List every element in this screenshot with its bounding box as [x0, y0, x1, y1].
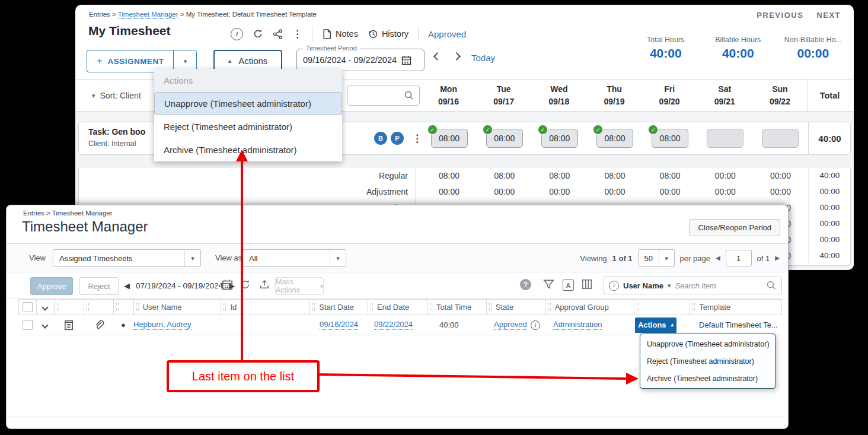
time-entry-cell[interactable]: ✓08:00 [486, 129, 523, 148]
page-size-select[interactable]: 50 ▾ [638, 249, 675, 267]
attachment-icon[interactable] [93, 319, 104, 331]
next-link[interactable]: NEXT [816, 11, 841, 20]
col-total-time[interactable]: Total Time [427, 300, 487, 315]
help-icon[interactable]: ? [520, 279, 531, 290]
mass-actions-button[interactable]: Mass Actions ▾ [275, 277, 324, 295]
user-name-link[interactable]: Hepburn, Audrey [133, 320, 192, 330]
col-approval-group[interactable]: Approval Group [546, 300, 635, 315]
calendar-icon[interactable] [401, 55, 411, 65]
filter-icon[interactable] [543, 279, 554, 290]
col-state[interactable]: State [487, 300, 546, 315]
close-reopen-period-button[interactable]: Close/Reopen Period [689, 219, 780, 236]
col-actions[interactable] [634, 300, 690, 315]
column-grip[interactable] [57, 303, 59, 311]
col-template[interactable]: Template [690, 300, 781, 315]
col-end-date[interactable]: End Date [368, 300, 427, 315]
table-search[interactable]: i User Name ▾ Search item [604, 277, 782, 294]
menu-item-archive[interactable]: Archive (Timesheet administrator) [154, 138, 342, 161]
row-checkbox[interactable] [23, 320, 33, 330]
time-entry-cell[interactable] [762, 129, 799, 148]
end-date-link[interactable]: 09/22/2024 [374, 320, 413, 330]
col-user-name[interactable]: User Name [134, 300, 222, 315]
time-entry-cell[interactable]: ✓08:00 [431, 129, 468, 148]
template-value: Default Timesheet Te... [691, 320, 782, 329]
view-select[interactable]: Assigned Timesheets ▾ [53, 249, 201, 267]
notes-button[interactable]: Notes [322, 29, 358, 39]
payable-badge: P [391, 132, 404, 145]
approve-button[interactable]: Approve [30, 277, 73, 295]
chevron-down-icon: ▾ [191, 255, 194, 262]
breadcrumb: Entries > Timesheet Manager > My Timeshe… [89, 11, 317, 18]
breadcrumb-timesheet-manager[interactable]: Timesheet Manager [118, 11, 178, 19]
row-actions-button[interactable]: Actions ▴ [635, 317, 676, 333]
history-button[interactable]: History [368, 28, 409, 39]
breadcrumb-current: My Timesheet: Default Timesheet Template [186, 11, 317, 18]
select-all-checkbox[interactable] [23, 302, 33, 312]
page-title: Timesheet Manager [22, 218, 148, 235]
columns-icon[interactable] [582, 279, 592, 290]
timesheet-details-icon[interactable] [63, 320, 74, 331]
day-header: Sun09/22 [752, 80, 808, 111]
timesheet-period-value: 09/16/2024 - 09/22/2024 [303, 55, 397, 65]
approval-group-link[interactable]: Administration [553, 320, 602, 330]
expand-row-icon[interactable] [42, 322, 48, 328]
prev-page-icon[interactable]: ◀ [716, 255, 720, 261]
calendar-icon[interactable] [222, 279, 233, 290]
refresh-icon[interactable] [253, 28, 263, 39]
export-icon[interactable] [259, 279, 270, 290]
billable-hours-label: Billable Hours [712, 36, 764, 44]
day-header: Tue09/17 [476, 80, 531, 111]
today-link[interactable]: Today [471, 53, 495, 63]
page-number-input[interactable] [726, 250, 752, 266]
time-entry-cell[interactable]: ✓08:00 [541, 129, 578, 148]
column-grip[interactable] [87, 303, 89, 311]
col-id[interactable]: Id [221, 300, 242, 315]
next-page-icon[interactable]: ▶ [775, 255, 780, 261]
time-entry-cell[interactable]: ✓08:00 [596, 129, 633, 148]
status-dot: ● [113, 320, 133, 329]
match-case-icon[interactable]: A [563, 280, 574, 291]
share-icon[interactable] [273, 29, 283, 39]
chevron-down-icon: ▾ [92, 93, 95, 99]
column-grip[interactable] [116, 303, 119, 311]
actions-dropdown-menu: Actions Unapprove (Timesheet administrat… [154, 69, 342, 161]
time-entry-cell[interactable] [707, 129, 743, 148]
row-menu-icon[interactable]: ⋮ [412, 134, 422, 144]
time-entry-cell[interactable]: ✓08:00 [652, 129, 688, 148]
prev-range-icon[interactable]: ◀ [124, 282, 130, 290]
next-period-icon[interactable] [452, 52, 461, 61]
search-icon [404, 90, 414, 101]
date-range: 07/19/2024 - 09/19/2024 [136, 281, 223, 290]
col-blank[interactable] [242, 300, 310, 315]
previous-link[interactable]: PREVIOUS [757, 11, 803, 20]
menu-item-reject[interactable]: Reject (Timesheet administrator) [154, 115, 342, 138]
reject-button[interactable]: Reject [79, 277, 119, 295]
info-icon[interactable]: i [231, 28, 243, 40]
col-start-date[interactable]: Start Date [310, 300, 368, 315]
actions-button[interactable]: ▴ Actions [213, 50, 282, 71]
previous-period-icon[interactable] [433, 52, 442, 61]
approved-check-icon: ✓ [648, 125, 658, 135]
search-field-selector[interactable]: User Name [623, 281, 663, 290]
timesheet-period-field[interactable]: Timesheet Period 09/16/2024 - 09/22/2024 [296, 49, 425, 71]
menu-item-unapprove[interactable]: Unapprove (Timesheet administrator) [154, 92, 342, 115]
more-menu-icon[interactable]: ⋮ [292, 29, 302, 39]
total-time-value: 40:00 [427, 320, 487, 329]
task-title: Task: Gen boo [88, 127, 145, 136]
sort-control[interactable]: ▾ Sort: Client [92, 91, 141, 100]
menu-header: Actions [154, 69, 342, 92]
state-link[interactable]: Approved [494, 320, 527, 330]
menu-item-reject[interactable]: Reject (Timesheet administrator) [640, 353, 775, 370]
menu-item-unapprove[interactable]: Unapprove (Timesheet administrator) [640, 335, 775, 353]
menu-item-archive[interactable]: Archive (Timesheet administrator) [640, 370, 775, 387]
view-as-select[interactable]: All ▾ [242, 249, 346, 267]
info-icon: i [609, 281, 619, 291]
start-date-link[interactable]: 09/16/2024 [320, 320, 358, 330]
search-icon[interactable] [766, 280, 777, 291]
expand-all-icon[interactable] [42, 304, 49, 310]
refresh-icon[interactable] [240, 279, 251, 290]
search-input[interactable] [347, 85, 420, 106]
info-icon[interactable]: i [531, 320, 540, 330]
approved-check-icon: ✓ [483, 125, 493, 135]
timesheet-period-label: Timesheet Period [303, 45, 360, 52]
